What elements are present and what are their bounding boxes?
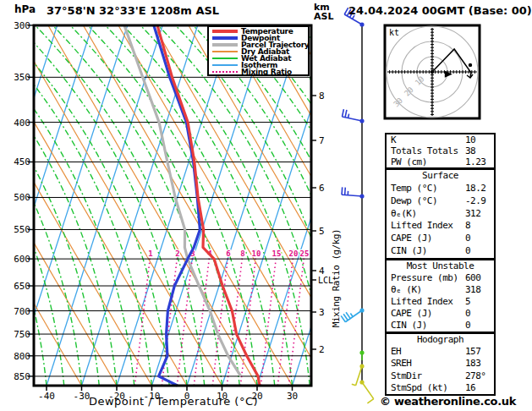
pressure-tick-label: 500 [14, 192, 30, 203]
table-row: CIN (J)0 [387, 245, 494, 258]
table-row-label: Lifted Index [391, 296, 452, 307]
table-row-value: 5 [465, 296, 470, 308]
datetime-title: 24.04.2024 00GMT (Base: 00) [348, 4, 529, 17]
mixing-ratio-value-label: 2 [175, 249, 179, 258]
wind-barb-feather [342, 187, 343, 195]
table-row: EH157 [387, 346, 494, 358]
legend-swatch-mixing-ratio [212, 71, 238, 73]
wind-barb-feather [343, 109, 344, 117]
table-row: Temp (°C)18.2 [387, 183, 494, 195]
wind-barb [341, 308, 364, 321]
altitude-unit-label: km ASL [314, 3, 333, 21]
parcel-trajectory-curve [124, 25, 241, 376]
table-row-value: 183 [465, 358, 480, 370]
table-row-label: Lifted Index [391, 220, 452, 231]
legend-swatch-parcel-trajectory [212, 43, 238, 47]
pressure-tick-label: 300 [14, 20, 30, 31]
legend-swatch-temperature [212, 30, 238, 33]
table-row-value: 0 [465, 245, 470, 258]
mixing-ratio-line [288, 249, 304, 386]
km-tick-label: 5 [319, 226, 325, 237]
table-row-label: SREH [391, 358, 412, 369]
pressure-tick-label: 600 [14, 254, 30, 265]
table-row: StmDir278° [387, 370, 494, 382]
hodograph-unit-label: kt [389, 28, 399, 37]
km-tick-label: 8 [319, 90, 325, 101]
pressure-tick-label: 550 [14, 224, 30, 235]
table-row: Totals Totals38 [387, 145, 494, 156]
table-row-value: 38 [465, 145, 475, 156]
legend-swatch-wet-adiabat [212, 58, 238, 59]
table-row-label: Pressure (mb) [391, 272, 458, 283]
pressure-tick-label: 400 [14, 118, 30, 129]
indices-table-most-unstable: Most UnstablePressure (mb)600θₑ (K)318Li… [385, 259, 496, 333]
table-row-value: 1.23 [465, 156, 486, 167]
hodograph-origin-dot [431, 70, 434, 74]
table-row: SREH183 [387, 358, 494, 370]
table-row: CAPE (J)0 [387, 233, 494, 245]
table-row: PW (cm)1.23 [387, 156, 494, 167]
wind-barb-feather [345, 110, 347, 118]
table-row-label: θₑ(K) [391, 208, 417, 219]
isotherm-line [82, 25, 198, 386]
x-axis-title: Dewpoint / Temperature (°C) [34, 395, 313, 408]
legend-swatch-dewpoint [212, 36, 238, 40]
table-row-value: -2.9 [465, 195, 486, 208]
wet-adiabat-line [0, 25, 64, 386]
pressure-tick-label: 450 [14, 156, 30, 167]
pressure-tick-label: 650 [14, 281, 30, 292]
mixing-ratio-value-label: 20 [289, 249, 299, 258]
altitude-unit-asl: ASL [314, 12, 333, 21]
table-row-label: θₑ (K) [391, 284, 422, 295]
wind-barb [342, 187, 365, 198]
table-row-value: 312 [465, 208, 480, 221]
table-row-value: 18.2 [465, 183, 486, 195]
table-row: K10 [387, 134, 494, 145]
wind-barb-stem [362, 382, 374, 399]
mixing-ratio-value-label: 25 [300, 249, 310, 258]
indices-table-stability: K10Totals Totals38PW (cm)1.23 [385, 133, 496, 169]
legend-entry: Mixing Ratio [212, 68, 308, 75]
wet-adiabat-line [193, 25, 362, 386]
table-row-label: StmDir [391, 370, 422, 381]
temperature-curve [157, 25, 260, 386]
isotherm-line [117, 25, 233, 386]
wind-barb [359, 380, 373, 403]
table-row-label: StmSpd (kt) [391, 382, 447, 393]
mixing-ratio-line [194, 249, 210, 386]
table-row-label: Totals Totals [391, 145, 458, 156]
table-row-label: Dewp (°C) [391, 195, 437, 206]
wind-barb-feather [367, 399, 373, 403]
pressure-tick-label: 350 [14, 72, 30, 83]
km-tick-label: 2 [319, 344, 325, 355]
table-row-value: 157 [465, 346, 480, 358]
wet-adiabat-line [176, 25, 345, 386]
table-row: StmSpd (kt)16 [387, 382, 494, 394]
table-row-label: CAPE (J) [391, 233, 432, 244]
legend-swatch-dry-adiabat [212, 51, 238, 52]
table-row-label: CIN (J) [391, 245, 427, 256]
wind-barb [343, 109, 365, 123]
indices-table-hodograph: HodographEH157SREH183StmDir278°StmSpd (k… [385, 332, 496, 396]
table-row-value: 10 [465, 134, 475, 145]
table-row-value: 600 [465, 272, 480, 284]
mixing-ratio-value-label: 15 [272, 249, 282, 258]
isotherm-line [222, 25, 338, 386]
pressure-tick-label: 850 [14, 371, 30, 382]
isotherm-line [47, 25, 162, 386]
table-row: CAPE (J)0 [387, 308, 494, 320]
pressure-unit-label: hPa [14, 3, 36, 15]
legend-swatch-isotherm [212, 64, 238, 66]
km-tick-label: 3 [319, 307, 325, 318]
wind-barb-half-feather [352, 384, 356, 386]
mixing-ratio-value-label: 8 [240, 249, 244, 258]
station-title: 37°58'N 32°33'E 1208m ASL [47, 4, 219, 17]
wet-adiabat-line [228, 25, 398, 386]
hodograph-end-dot [469, 63, 472, 67]
table-row-value: 0 [465, 308, 470, 320]
pressure-tick-label: 750 [14, 329, 30, 340]
mixing-ratio-value-label: 1 [148, 249, 152, 258]
table-row-label: K [391, 134, 396, 145]
table-row: Dewp (°C)-2.9 [387, 195, 494, 208]
mixing-ratio-axis-label: Mixing Ratio (g/kg) [331, 229, 342, 327]
